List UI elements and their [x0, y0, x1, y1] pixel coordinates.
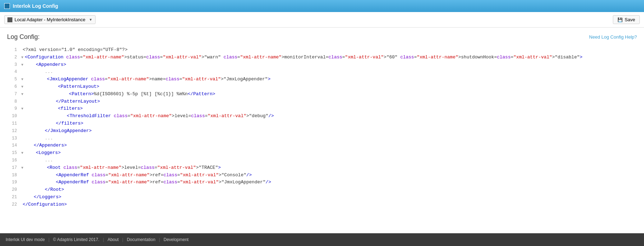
line-number: 10 [7, 113, 17, 120]
line-content: </Root> [23, 186, 64, 194]
line-number: 5 [7, 76, 17, 83]
line-content: </filters> [23, 120, 84, 127]
save-label: Save [625, 17, 635, 22]
line-number: 17 [7, 165, 17, 171]
line-number: 6 [7, 84, 17, 90]
line-content: </JmxLogAppender> [23, 127, 92, 135]
line-number: 18 [7, 172, 17, 179]
line-content: </Configuration> [23, 201, 67, 208]
line-content: <Pattern>%d{ISO8601} %-5p [%t] [%c{1}] %… [25, 91, 215, 98]
fold-icon[interactable]: ▼ [21, 92, 23, 97]
toolbar: Local Adapter - MyInterlokInstance ▼ 💾 S… [0, 12, 644, 28]
fold-icon[interactable]: ▼ [21, 150, 23, 156]
line-number: 8 [7, 98, 17, 105]
line-number: 16 [7, 157, 17, 164]
code-line: 13 ... [7, 135, 637, 142]
main-content: Log Config: Need Log Config Help? 1 <?xm… [0, 28, 644, 233]
code-line: 1 <?xml version="1.0" encoding="UTF-8"?> [7, 46, 637, 54]
line-content: <AppenderRef class="xml-attr-name">ref=c… [23, 172, 252, 179]
code-line: 4 ... [7, 68, 637, 76]
code-line: 21 </Loggers> [7, 194, 637, 201]
code-line: 20 </Root> [7, 186, 637, 194]
line-content: <?xml version="1.0" encoding="UTF-8"?> [23, 46, 127, 54]
line-number: 19 [7, 179, 17, 186]
line-number: 1 [7, 47, 17, 53]
save-button[interactable]: 💾 Save [613, 15, 640, 24]
line-content: <Configuration class="xml-attr-name">sta… [25, 54, 582, 61]
line-content: <Root class="xml-attr-name">level=class=… [25, 164, 221, 172]
line-content: <Appenders> [25, 61, 66, 69]
line-content: <Loggers> [25, 149, 61, 157]
footer: Interlok UI dev mode | © Adaptris Limite… [0, 233, 644, 246]
code-line: 6▼ <PatternLayout> [7, 83, 637, 91]
page-header: Log Config: Need Log Config Help? [7, 33, 637, 41]
line-number: 14 [7, 142, 17, 149]
adapter-icon [7, 17, 12, 22]
line-number: 22 [7, 201, 17, 208]
chevron-down-icon: ▼ [89, 18, 92, 22]
line-content: </Loggers> [23, 194, 61, 201]
code-line: 7▼ <Pattern>%d{ISO8601} %-5p [%t] [%c{1}… [7, 91, 637, 98]
footer-sep-1: | [48, 237, 50, 242]
code-line: 12 </JmxLogAppender> [7, 127, 637, 135]
line-content: <AppenderRef class="xml-attr-name">ref=c… [23, 179, 271, 186]
code-line: 17▼ <Root class="xml-attr-name">level=cl… [7, 164, 637, 172]
code-line: 3▼ <Appenders> [7, 61, 637, 69]
adapter-dropdown[interactable]: Local Adapter - MyInterlokInstance ▼ [4, 15, 96, 24]
title-bar-text: Interlok Log Config [13, 3, 58, 9]
fold-icon[interactable]: ▼ [21, 62, 23, 68]
line-content: <filters> [25, 105, 83, 113]
line-number: 12 [7, 128, 17, 135]
page-title: Log Config: [7, 33, 40, 41]
line-number: 7 [7, 91, 17, 98]
code-line: 18 <AppenderRef class="xml-attr-name">re… [7, 172, 637, 179]
footer-sep-2: | [103, 237, 104, 242]
line-content: ... [23, 68, 53, 76]
line-content: <ThresholdFilter class="xml-attr-name">l… [23, 113, 274, 120]
code-line: 19 <AppenderRef class="xml-attr-name">re… [7, 179, 637, 186]
code-line: 11 </filters> [7, 120, 637, 127]
line-content: </PatternLayout> [23, 98, 100, 105]
fold-icon[interactable]: ▼ [21, 55, 23, 61]
line-number: 13 [7, 135, 17, 142]
line-number: 2 [7, 54, 17, 61]
line-number: 9 [7, 105, 17, 112]
line-content: <PatternLayout> [25, 83, 99, 91]
fold-icon[interactable]: ▼ [21, 77, 23, 82]
code-line: 15▼ <Loggers> [7, 149, 637, 157]
code-line: 10 <ThresholdFilter class="xml-attr-name… [7, 113, 637, 120]
footer-sep-4: | [159, 237, 160, 242]
line-content: </Appenders> [23, 142, 67, 149]
fold-icon[interactable]: ▼ [21, 84, 23, 90]
save-icon: 💾 [617, 17, 623, 22]
line-number: 20 [7, 187, 17, 193]
line-number: 3 [7, 62, 17, 68]
footer-about-link[interactable]: About [108, 237, 119, 242]
title-bar: Interlok Log Config [0, 0, 644, 12]
adapter-label: Local Adapter - MyInterlokInstance [15, 17, 85, 22]
help-link[interactable]: Need Log Config Help? [589, 34, 637, 40]
code-line: 22 </Configuration> [7, 201, 637, 208]
footer-development-link[interactable]: Development [163, 237, 189, 242]
code-line: 5▼ <JmxLogAppender class="xml-attr-name"… [7, 76, 637, 83]
line-number: 15 [7, 150, 17, 156]
line-content: ... [23, 135, 53, 142]
line-content: ... [23, 157, 53, 164]
footer-sep-3: | [122, 237, 123, 242]
footer-copyright: © Adaptris Limited 2017. [53, 237, 99, 242]
code-editor[interactable]: 1 <?xml version="1.0" encoding="UTF-8"?>… [7, 46, 637, 228]
fold-icon[interactable]: ▼ [21, 106, 23, 112]
line-number: 21 [7, 194, 17, 201]
code-line: 16 ... [7, 157, 637, 164]
footer-app-info: Interlok UI dev mode [6, 237, 45, 242]
code-line: 9▼ <filters> [7, 105, 637, 113]
fold-icon[interactable]: ▼ [21, 165, 23, 171]
code-line: 8 </PatternLayout> [7, 98, 637, 105]
code-line: 14 </Appenders> [7, 142, 637, 149]
app-icon [4, 3, 10, 9]
line-number: 11 [7, 120, 17, 127]
footer-documentation-link[interactable]: Documentation [127, 237, 155, 242]
line-content: <JmxLogAppender class="xml-attr-name">na… [25, 76, 270, 83]
code-line: 2▼<Configuration class="xml-attr-name">s… [7, 54, 637, 61]
line-number: 4 [7, 69, 17, 75]
